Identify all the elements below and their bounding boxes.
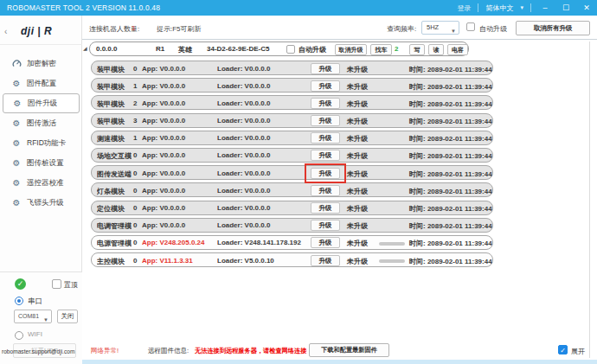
sidebar-item-label: 固件配置 (27, 79, 56, 89)
sidebar-item-固件配置[interactable]: ⚙ 固件配置 (0, 73, 82, 93)
device-expander-icon[interactable]: ◢ (83, 45, 87, 51)
module-row: 场地交互模块 0 App: V0.0.0.0 Loader: V0.0.0.0 … (91, 148, 493, 163)
module-app-version: App: V0.0.0.0 (142, 134, 216, 142)
expand-checkbox[interactable]: ✓ (558, 345, 568, 354)
upgrade-status: 未升级 (347, 134, 368, 144)
module-name: 定位模块 (97, 204, 132, 214)
module-index: 0 (133, 65, 137, 73)
pin-top-label: 置顶 (64, 280, 78, 290)
read-button[interactable]: 读 (428, 44, 444, 55)
module-name: 装甲模块 (97, 82, 132, 92)
cancel-upgrade-button[interactable]: 取消升级 (335, 44, 367, 55)
download-firmware-button[interactable]: 下载和配置最新固件 (309, 343, 389, 357)
module-app-version: App: V0.0.0.0 (142, 204, 216, 212)
scrollbar[interactable] (589, 42, 590, 358)
module-row: 装甲模块 0 App: V0.0.0.0 Loader: V0.0.0.0 升级… (91, 61, 493, 75)
close-port-button[interactable]: 关闭 (57, 310, 78, 323)
module-name: 图传发送端 (97, 169, 132, 179)
upgrade-button[interactable]: 升级 (311, 202, 340, 214)
com-port-select[interactable]: COM81 ▼ (14, 310, 52, 323)
sidebar-menu: ⚙ 加密解密 ⚙ 固件配置 ⚙ 固件升级 ⚙ 图传激 (0, 54, 82, 213)
module-row: 灯条模块 0 App: V0.0.0.0 Loader: V0.0.0.0 升级… (91, 182, 493, 197)
query-rate-label: 查询频率: (387, 24, 416, 34)
wifi-radio[interactable] (15, 331, 23, 340)
upgrade-button[interactable]: 升级 (311, 115, 340, 126)
upgrade-button[interactable]: 升级 (311, 132, 340, 144)
login-link[interactable]: 登录 (457, 3, 471, 13)
module-index: 1 (133, 134, 137, 142)
language-selector[interactable]: 简体中文 (485, 3, 513, 13)
upgrade-button[interactable]: 升级 (311, 220, 340, 231)
module-row: 装甲模块 3 App: V0.0.0.0 Loader: V0.0.0.0 升级… (91, 113, 493, 128)
sidebar-item-RFID功能卡[interactable]: ⚙ RFID功能卡 (0, 133, 82, 153)
upgrade-button[interactable]: 升级 (311, 98, 340, 109)
upgrade-status: 未升级 (347, 239, 368, 248)
auto-upgrade-checkbox[interactable] (466, 22, 475, 31)
module-loader-version: Loader: V5.0.0.10 (217, 257, 307, 265)
module-index: 2 (133, 99, 137, 107)
module-app-version: App: V0.0.0.0 (142, 187, 216, 195)
module-timestamp: 时间: 2089-02-01 11:39:44 (409, 221, 492, 231)
module-app-version: App: V0.0.0.0 (142, 117, 216, 125)
gear-icon: ⚙ (11, 118, 22, 129)
upgrade-button[interactable]: 升级 (311, 150, 340, 161)
collapse-sidebar-icon[interactable]: ‹ (4, 27, 7, 36)
gauge-icon: ⚙ (11, 59, 22, 69)
sidebar: ‹ dji | R ⚙ 加密解密 ⚙ 固件配置 ⚙ (0, 16, 82, 364)
upgrade-button[interactable]: 升级 (311, 255, 340, 266)
module-app-version: App: V0.0.0.0 (142, 169, 216, 177)
module-app-version: App: V0.0.0.0 (142, 99, 216, 107)
sidebar-item-遥控器校准[interactable]: ⚙ 遥控器校准 (0, 173, 82, 193)
upgrade-button[interactable]: 升级 (311, 237, 340, 248)
device-auto-upgrade-checkbox[interactable] (286, 45, 295, 54)
upgrade-status: 未升级 (347, 221, 368, 231)
module-row: 测速模块 1 App: V0.0.0.0 Loader: V0.0.0.0 升级… (91, 131, 493, 145)
sidebar-item-图传激活[interactable]: ⚙ 图传激活 (0, 113, 82, 133)
query-rate-value: 5HZ (427, 23, 439, 31)
minimize-button[interactable]: – (538, 3, 552, 12)
module-app-version: App: V248.205.0.24 (142, 239, 216, 246)
upgrade-progress-bar (379, 242, 405, 246)
upgrade-button[interactable]: 升级 (311, 80, 340, 92)
upgrade-status: 未升级 (347, 151, 368, 161)
upgrade-status: 未升级 (347, 82, 368, 92)
upgrade-progress-bar (379, 259, 405, 263)
cancel-all-upgrades-button[interactable]: 取消所有升级 (516, 21, 590, 35)
write-button[interactable]: 写 (409, 44, 425, 55)
module-loader-version: Loader: V0.0.0.0 (217, 117, 307, 125)
module-timestamp: 时间: 2089-02-01 11:39:44 (409, 204, 492, 214)
sidebar-item-label: 遥控器校准 (27, 178, 64, 188)
module-row: 图传发送端 0 App: V0.0.0.0 Loader: V0.0.0.0 升… (91, 165, 493, 180)
remote-error-text: 无法连接到远程服务器，请检查网络连接 (195, 347, 306, 355)
upgrade-button[interactable]: 升级 (311, 185, 340, 196)
chevron-down-icon[interactable]: ▾ (520, 4, 523, 11)
close-button[interactable]: ✕ (580, 3, 594, 12)
bottom-strip (82, 360, 597, 364)
sidebar-item-label: 固件升级 (28, 99, 57, 109)
module-app-version: App: V0.0.0.0 (142, 65, 216, 73)
module-name: 装甲模块 (97, 99, 132, 109)
module-timestamp: 时间: 2089-02-01 11:39:44 (409, 257, 492, 266)
capacitor-button[interactable]: 电容 (447, 44, 468, 55)
sidebar-item-固件升级[interactable]: ⚙ 固件升级 (3, 93, 80, 113)
module-index: 1 (133, 82, 137, 90)
upgrade-button[interactable]: 升级 (311, 63, 340, 74)
upgrade-status: 未升级 (347, 99, 368, 109)
sidebar-item-飞镖头升级[interactable]: ⚙ 飞镖头升级 (0, 193, 82, 213)
upgrade-status: 未升级 (347, 187, 368, 196)
maximize-button[interactable]: ☐ (559, 3, 573, 12)
sidebar-item-加密解密[interactable]: ⚙ 加密解密 (0, 54, 82, 73)
sidebar-item-图传桩设置[interactable]: ⚙ 图传桩设置 (0, 153, 82, 173)
device-model: R1 (156, 45, 164, 53)
expand-label: 展开 (571, 347, 585, 356)
module-timestamp: 时间: 2089-02-01 11:39:44 (409, 239, 492, 248)
pin-top-checkbox[interactable] (52, 279, 61, 289)
find-robot-button[interactable]: 找车 (370, 44, 392, 55)
serial-radio[interactable] (15, 297, 23, 305)
upgrade-status: 未升级 (347, 257, 368, 266)
sidebar-item-label: 飞镖头升级 (27, 198, 64, 208)
module-timestamp: 时间: 2089-02-01 11:39:44 (409, 117, 492, 126)
module-index: 0 (133, 257, 137, 265)
query-rate-select[interactable]: 5HZ ▼ (421, 21, 459, 35)
module-index: 0 (133, 151, 137, 159)
